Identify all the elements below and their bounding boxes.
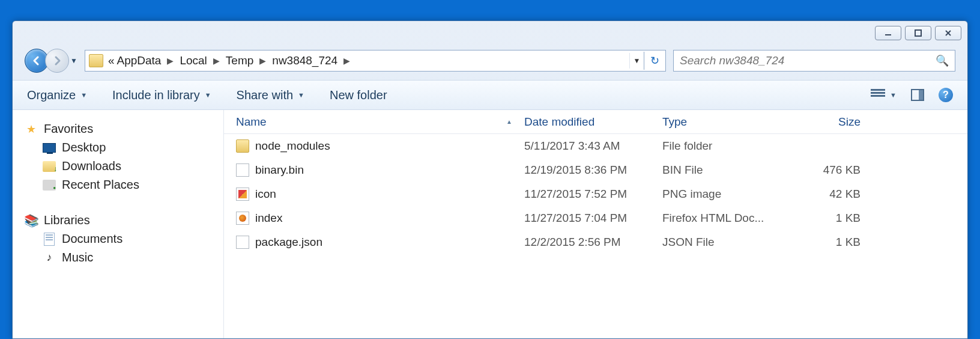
- sidebar-item-recent[interactable]: Recent Places: [19, 176, 217, 194]
- file-row[interactable]: node_modules5/11/2017 3:43 AMFile folder: [224, 134, 967, 158]
- share-label: Share with: [237, 88, 294, 102]
- file-date: 11/27/2015 7:04 PM: [524, 212, 662, 225]
- sidebar-item-label: Music: [62, 251, 93, 264]
- file-row[interactable]: binary.bin12/19/2015 8:36 PMBIN File476 …: [224, 158, 967, 182]
- crumb-appdata[interactable]: AppData: [116, 54, 161, 67]
- explorer-window: ▼ « AppData ▶ Local ▶ Temp ▶ nw3848_724 …: [12, 20, 968, 339]
- search-input[interactable]: [680, 54, 936, 67]
- file-type: PNG image: [662, 188, 800, 201]
- file-name: binary.bin: [255, 163, 304, 177]
- sidebar-libraries[interactable]: 📚Libraries: [19, 211, 217, 230]
- file-size: 1 KB: [800, 212, 873, 225]
- search-box[interactable]: 🔍: [673, 50, 955, 72]
- close-button[interactable]: [935, 26, 961, 40]
- crumb-local[interactable]: Local: [180, 54, 207, 67]
- file-name: package.json: [255, 236, 322, 249]
- share-menu[interactable]: Share with▼: [237, 88, 304, 102]
- file-row[interactable]: index11/27/2015 7:04 PMFirefox HTML Doc.…: [224, 206, 967, 230]
- music-icon: ♪: [43, 252, 56, 264]
- sidebar-item-label: Recent Places: [62, 178, 139, 192]
- file-date: 11/27/2015 7:52 PM: [524, 188, 662, 201]
- crumb-prefix: «: [108, 54, 115, 67]
- organize-menu[interactable]: Organize▼: [27, 88, 87, 102]
- nav-history-dropdown[interactable]: ▼: [70, 56, 77, 65]
- address-dropdown[interactable]: ▼: [629, 53, 644, 69]
- file-size: 476 KB: [800, 163, 873, 177]
- forward-button[interactable]: [45, 49, 69, 73]
- file-icon: [236, 236, 249, 249]
- include-label: Include in library: [112, 88, 200, 102]
- file-pane: Name▲ Date modified Type Size node_modul…: [224, 110, 967, 338]
- star-icon: ★: [25, 123, 38, 135]
- refresh-button[interactable]: ↻: [644, 52, 665, 70]
- file-type: File folder: [662, 139, 800, 153]
- titlebar: [13, 21, 967, 45]
- include-library-menu[interactable]: Include in library▼: [112, 88, 211, 102]
- file-list: node_modules5/11/2017 3:43 AMFile folder…: [224, 134, 967, 254]
- sort-asc-icon: ▲: [506, 118, 512, 125]
- sidebar: ★Favorites Desktop Downloads Recent Plac…: [13, 110, 224, 338]
- new-folder-button[interactable]: New folder: [330, 88, 387, 102]
- sidebar-item-label: Downloads: [62, 159, 121, 173]
- desktop-icon: [43, 142, 56, 154]
- nav-row: ▼ « AppData ▶ Local ▶ Temp ▶ nw3848_724 …: [13, 45, 967, 80]
- file-row[interactable]: package.json12/2/2015 2:56 PMJSON File1 …: [224, 230, 967, 254]
- help-button[interactable]: ?: [939, 88, 953, 102]
- sidebar-item-downloads[interactable]: Downloads: [19, 157, 217, 176]
- file-row[interactable]: icon11/27/2015 7:52 PMPNG image42 KB: [224, 182, 967, 206]
- folder-icon: [89, 54, 103, 67]
- file-date: 12/19/2015 8:36 PM: [524, 163, 662, 177]
- svg-rect-0: [885, 34, 891, 35]
- column-headers: Name▲ Date modified Type Size: [224, 110, 967, 134]
- favorites-label: Favorites: [44, 122, 93, 136]
- sidebar-favorites[interactable]: ★Favorites: [19, 120, 217, 138]
- sidebar-item-label: Documents: [62, 232, 122, 246]
- file-date: 12/2/2015 2:56 PM: [524, 236, 662, 249]
- sidebar-item-documents[interactable]: Documents: [19, 230, 217, 248]
- libraries-icon: 📚: [25, 215, 38, 227]
- downloads-icon: [43, 160, 56, 173]
- crumb-current[interactable]: nw3848_724: [272, 54, 337, 67]
- column-type[interactable]: Type: [662, 115, 800, 129]
- file-type: Firefox HTML Doc...: [662, 212, 800, 225]
- newfolder-label: New folder: [330, 88, 387, 102]
- file-type: BIN File: [662, 163, 800, 177]
- svg-rect-1: [915, 30, 921, 36]
- file-name: icon: [255, 188, 276, 201]
- file-icon: [236, 212, 249, 225]
- column-size[interactable]: Size: [800, 115, 873, 129]
- sidebar-item-desktop[interactable]: Desktop: [19, 138, 217, 157]
- toolbar: Organize▼ Include in library▼ Share with…: [13, 80, 967, 110]
- minimize-button[interactable]: [875, 26, 901, 40]
- search-icon[interactable]: 🔍: [936, 54, 949, 67]
- sidebar-item-label: Desktop: [62, 141, 106, 154]
- column-name[interactable]: Name▲: [224, 115, 524, 129]
- chevron-right-icon[interactable]: ▶: [163, 56, 177, 66]
- view-icon: [871, 89, 885, 101]
- chevron-right-icon[interactable]: ▶: [256, 56, 270, 66]
- crumb-temp[interactable]: Temp: [226, 54, 253, 67]
- documents-icon: [43, 233, 56, 245]
- view-menu[interactable]: ▼: [871, 89, 897, 101]
- preview-pane-button[interactable]: [911, 89, 924, 101]
- file-name: index: [255, 212, 282, 225]
- breadcrumb[interactable]: « AppData ▶ Local ▶ Temp ▶ nw3848_724 ▶: [85, 54, 629, 67]
- chevron-down-icon: ▼: [890, 91, 897, 99]
- sidebar-item-music[interactable]: ♪Music: [19, 248, 217, 267]
- file-icon: [236, 163, 249, 177]
- libraries-label: Libraries: [44, 213, 90, 227]
- maximize-button[interactable]: [905, 26, 931, 40]
- address-bar[interactable]: « AppData ▶ Local ▶ Temp ▶ nw3848_724 ▶ …: [85, 50, 666, 72]
- file-type: JSON File: [662, 236, 800, 249]
- file-size: 42 KB: [800, 188, 873, 201]
- nav-buttons: ▼: [25, 49, 77, 73]
- chevron-right-icon[interactable]: ▶: [210, 56, 223, 66]
- chevron-down-icon: ▼: [298, 91, 304, 99]
- content-body: ★Favorites Desktop Downloads Recent Plac…: [13, 110, 967, 338]
- organize-label: Organize: [27, 88, 76, 102]
- recent-icon: [43, 179, 56, 191]
- file-icon: [236, 139, 249, 153]
- chevron-right-icon[interactable]: ▶: [340, 56, 354, 66]
- file-name: node_modules: [255, 139, 330, 153]
- column-date[interactable]: Date modified: [524, 115, 662, 129]
